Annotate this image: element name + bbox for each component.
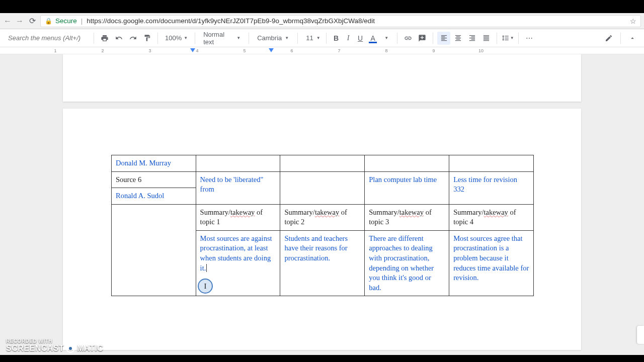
- bookmark-star-icon[interactable]: ☆: [630, 17, 636, 25]
- text-color-button[interactable]: A: [367, 32, 379, 45]
- menu-search-input[interactable]: [5, 32, 90, 44]
- zoom-value: 100%: [165, 34, 182, 42]
- table-subcell-source: Source 6: [112, 172, 196, 189]
- redo-button[interactable]: [126, 32, 139, 45]
- editing-mode-button[interactable]: [602, 32, 615, 45]
- explore-button[interactable]: [637, 326, 644, 344]
- table-cell[interactable]: Plan computer lab time: [365, 171, 449, 204]
- print-icon: [101, 34, 109, 42]
- document-page[interactable]: Donald M. Murray Source 6 Ronald A. Sudo…: [63, 109, 581, 350]
- align-center-icon: [454, 34, 462, 42]
- link-icon: [404, 34, 412, 42]
- chevron-up-icon: [629, 35, 636, 42]
- toolbar-separator: [397, 33, 397, 44]
- table-cell[interactable]: [280, 155, 365, 172]
- line-spacing-button[interactable]: ▼: [501, 32, 514, 45]
- letterbox-top: [0, 0, 644, 13]
- table-subcell-author: Ronald A. Sudol: [112, 188, 196, 204]
- font-size-value: 11: [306, 34, 313, 42]
- text-color-dropdown[interactable]: ▼: [380, 32, 393, 45]
- watermark-line1: RECORDED WITH: [6, 338, 103, 344]
- table-cell[interactable]: [280, 171, 365, 204]
- align-left-icon: [440, 34, 448, 42]
- font-select[interactable]: Cambria ▼: [253, 34, 293, 42]
- table-cell[interactable]: Summary/takeway of topic 4: [449, 204, 534, 230]
- toolbar-separator: [94, 33, 94, 44]
- table-cell[interactable]: Need to be 'liberated" from: [196, 171, 280, 204]
- watermark-logo-icon: [66, 344, 75, 353]
- table-cell[interactable]: [112, 204, 196, 296]
- chevron-down-icon: ▼: [510, 36, 514, 40]
- bold-button[interactable]: B: [331, 32, 342, 45]
- line-spacing-icon: [502, 34, 509, 42]
- right-indent-marker[interactable]: [269, 48, 274, 52]
- table-cell[interactable]: Students and teachers have their reasons…: [280, 230, 365, 296]
- paint-format-icon: [143, 34, 151, 42]
- ruler-number: 6: [290, 48, 293, 53]
- ruler-number: 2: [101, 48, 104, 53]
- toolbar-separator: [497, 33, 497, 44]
- paint-format-button[interactable]: [140, 32, 153, 45]
- comment-icon: [418, 34, 426, 42]
- toolbar-separator: [620, 33, 621, 44]
- redo-icon: [129, 34, 137, 42]
- undo-button[interactable]: [112, 32, 125, 45]
- screencast-watermark: RECORDED WITH SCREENCAST MATIC: [6, 338, 103, 353]
- toolbar-separator: [433, 33, 433, 44]
- table-cell[interactable]: Donald M. Murray: [112, 155, 196, 172]
- undo-icon: [115, 34, 123, 42]
- toolbar-separator: [195, 33, 195, 44]
- forward-button[interactable]: →: [15, 17, 24, 26]
- ruler-number: 4: [196, 48, 198, 53]
- url-bar[interactable]: 🔒 Secure | https://docs.google.com/docum…: [40, 15, 641, 27]
- watermark-brand-b: MATIC: [77, 344, 103, 353]
- align-justify-button[interactable]: [479, 32, 493, 45]
- font-size-select[interactable]: 11 ▼: [302, 34, 322, 42]
- italic-button[interactable]: I: [343, 32, 354, 45]
- horizontal-ruler[interactable]: 1 2 3 4 5 6 7 8 9 10: [0, 47, 644, 54]
- url-separator: |: [81, 17, 83, 25]
- reload-button[interactable]: ⟳: [27, 16, 37, 26]
- table-cell[interactable]: Source 6 Ronald A. Sudol: [112, 171, 196, 204]
- table-cell[interactable]: Less time for revision 332: [449, 171, 534, 204]
- recording-cursor-indicator: I: [198, 279, 213, 294]
- table-row[interactable]: Summary/takeway of topic 1 Summary/takew…: [112, 204, 534, 230]
- document-canvas[interactable]: Donald M. Murray Source 6 Ronald A. Sudo…: [0, 54, 644, 355]
- align-justify-icon: [482, 34, 490, 42]
- table-cell[interactable]: [196, 155, 280, 172]
- source-summary-table[interactable]: Donald M. Murray Source 6 Ronald A. Sudo…: [111, 155, 534, 296]
- lock-icon: 🔒: [45, 18, 52, 25]
- align-right-button[interactable]: [465, 32, 478, 45]
- table-row[interactable]: Source 6 Ronald A. Sudol Need to be 'lib…: [112, 171, 534, 204]
- underline-button[interactable]: U: [355, 32, 366, 45]
- url-text: https://docs.google.com/document/d/1yfk9…: [87, 17, 375, 25]
- pencil-icon: [605, 34, 613, 42]
- insert-link-button[interactable]: [401, 32, 415, 45]
- table-cell[interactable]: Summary/takeway of topic 3: [365, 204, 449, 230]
- ruler-number: 10: [478, 48, 484, 53]
- align-center-button[interactable]: [451, 32, 464, 45]
- ruler-number: 8: [385, 48, 387, 53]
- styles-select[interactable]: Normal text ▼: [199, 31, 245, 46]
- more-button[interactable]: ⋯: [523, 32, 536, 45]
- toolbar-separator: [249, 33, 249, 44]
- collapse-menus-button[interactable]: [626, 32, 639, 45]
- document-page-previous[interactable]: [63, 54, 581, 102]
- print-button[interactable]: [98, 32, 111, 45]
- styles-value: Normal text: [203, 31, 233, 46]
- table-cell[interactable]: Most sources agree that procrastination …: [449, 230, 534, 296]
- table-row[interactable]: Donald M. Murray: [112, 155, 534, 172]
- left-indent-marker[interactable]: [190, 48, 195, 52]
- align-left-button[interactable]: [437, 32, 450, 45]
- table-cell[interactable]: [365, 155, 449, 172]
- table-cell[interactable]: There are different approaches to dealin…: [365, 230, 449, 296]
- toolbar-separator: [518, 33, 519, 44]
- ruler-number: 3: [148, 48, 151, 53]
- zoom-select[interactable]: 100% ▼: [162, 34, 191, 42]
- toolbar-separator: [157, 33, 158, 44]
- table-cell[interactable]: Summary/takeway of topic 1: [196, 204, 280, 230]
- table-cell[interactable]: Summary/takeway of topic 2: [280, 204, 365, 230]
- table-cell[interactable]: [449, 155, 534, 172]
- back-button[interactable]: ←: [3, 17, 12, 26]
- insert-comment-button[interactable]: [416, 32, 429, 45]
